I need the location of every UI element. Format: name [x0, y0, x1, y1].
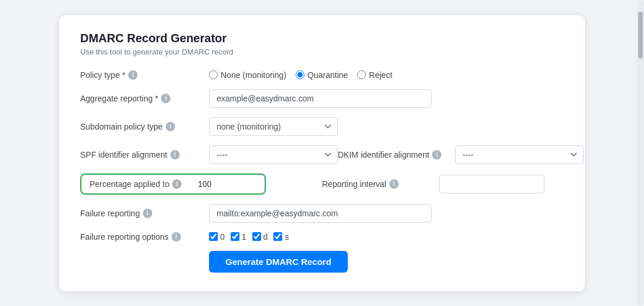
failure-reporting-info-icon[interactable]: i	[143, 209, 152, 218]
policy-type-label: Policy type * i	[80, 70, 209, 80]
checkbox-1[interactable]	[231, 232, 239, 241]
dkim-alignment-info-icon[interactable]: i	[432, 150, 441, 159]
failure-reporting-options-row: Failure reporting options i 0 1 d s	[80, 232, 564, 242]
dmarc-card: DMARC Record Generator Use this tool to …	[59, 15, 585, 292]
checkbox-1-label[interactable]: 1	[231, 232, 246, 242]
dkim-alignment-col: DKIM identifier alignment i ---- relaxed…	[338, 145, 584, 164]
reporting-interval-label: Reporting interval i	[322, 179, 427, 189]
failure-reporting-options-info-icon[interactable]: i	[172, 232, 181, 242]
radio-none-input[interactable]	[209, 70, 218, 79]
dkim-alignment-select[interactable]: ---- relaxed strict	[455, 145, 584, 164]
policy-type-radio-group: None (monitoring) Quarantine Reject	[209, 70, 392, 80]
failure-reporting-input[interactable]	[209, 204, 431, 223]
failure-reporting-row: Failure reporting i	[80, 204, 564, 223]
percentage-input[interactable]	[198, 179, 256, 189]
policy-type-info-icon[interactable]: i	[128, 70, 138, 80]
aggregate-reporting-info-icon[interactable]: i	[161, 94, 170, 103]
percentage-label: Percentage applied to i	[90, 179, 198, 189]
policy-type-row: Policy type * i None (monitoring) Quaran…	[80, 70, 564, 80]
failure-options-checkboxes: 0 1 d s	[209, 232, 289, 242]
subdomain-policy-select[interactable]: none (monitoring) quarantine reject	[209, 117, 338, 136]
spf-alignment-col: SPF identifier alignment i ---- relaxed …	[80, 145, 338, 164]
aggregate-reporting-row: Aggregate reporting * i	[80, 89, 564, 108]
checkbox-d[interactable]	[252, 232, 261, 241]
radio-quarantine[interactable]: Quarantine	[296, 70, 348, 80]
checkbox-s[interactable]	[273, 232, 282, 241]
scroll-thumb[interactable]	[638, 12, 643, 59]
generate-button[interactable]: Generate DMARC Record	[209, 251, 348, 273]
alignment-row: SPF identifier alignment i ---- relaxed …	[80, 145, 564, 164]
page-subtitle: Use this tool to generate your DMARC rec…	[80, 47, 564, 56]
percentage-box: Percentage applied to i	[80, 174, 266, 195]
checkbox-0[interactable]	[209, 232, 218, 241]
percentage-interval-row: Percentage applied to i Reporting interv…	[80, 174, 564, 195]
checkbox-0-label[interactable]: 0	[209, 232, 225, 242]
radio-quarantine-input[interactable]	[296, 70, 304, 79]
spf-alignment-info-icon[interactable]: i	[170, 150, 180, 159]
aggregate-reporting-input[interactable]	[209, 89, 431, 108]
checkbox-s-label[interactable]: s	[273, 232, 289, 242]
scrollbar[interactable]	[637, 0, 644, 306]
subdomain-policy-row: Subdomain policy type i none (monitoring…	[80, 117, 564, 136]
dkim-alignment-label: DKIM identifier alignment i	[338, 150, 443, 159]
radio-reject-input[interactable]	[357, 70, 366, 79]
percentage-col: Percentage applied to i	[80, 174, 322, 195]
spf-alignment-label: SPF identifier alignment i	[80, 150, 209, 159]
radio-reject[interactable]: Reject	[357, 70, 392, 80]
subdomain-policy-label: Subdomain policy type i	[80, 122, 209, 131]
reporting-interval-col: Reporting interval i	[322, 175, 564, 193]
subdomain-policy-info-icon[interactable]: i	[166, 122, 175, 131]
failure-reporting-label: Failure reporting i	[80, 209, 209, 218]
failure-reporting-options-label: Failure reporting options i	[80, 232, 209, 242]
reporting-interval-input[interactable]	[439, 175, 544, 193]
radio-none[interactable]: None (monitoring)	[209, 70, 286, 80]
percentage-info-icon[interactable]: i	[172, 179, 181, 189]
checkbox-d-label[interactable]: d	[252, 232, 268, 242]
page-title: DMARC Record Generator	[80, 32, 564, 45]
reporting-interval-info-icon[interactable]: i	[389, 179, 399, 189]
aggregate-reporting-label: Aggregate reporting * i	[80, 94, 209, 103]
spf-alignment-select[interactable]: ---- relaxed strict	[209, 145, 338, 164]
